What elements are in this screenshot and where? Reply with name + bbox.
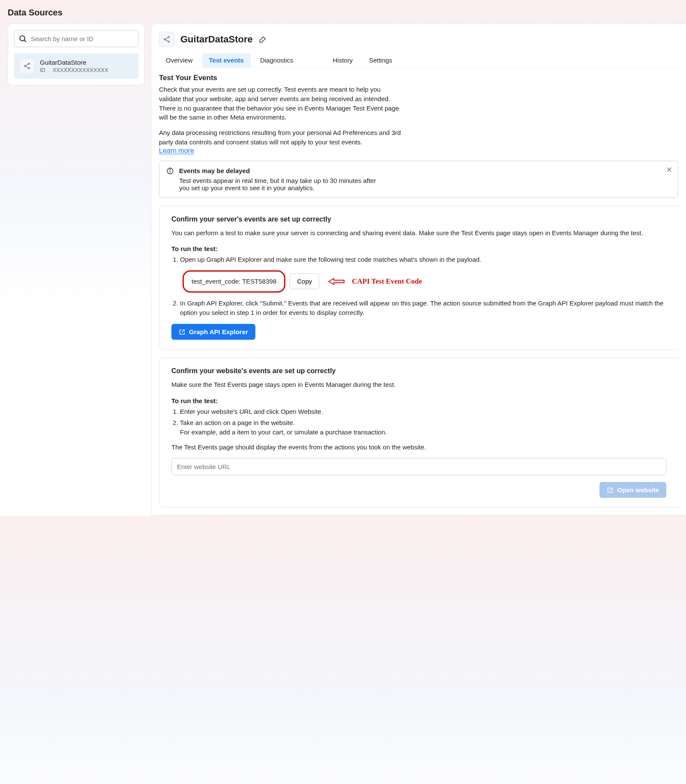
svg-point-4 (28, 68, 30, 69)
tab-overview[interactable]: Overview (159, 53, 200, 67)
datasource-name: GuitarDataStore (40, 59, 108, 66)
delay-notice: Events may be delayed Test events appear… (159, 161, 678, 198)
step-2: In Graph API Explorer, click "Submit." E… (180, 299, 666, 317)
run-test-heading: To run the test: (171, 397, 666, 404)
card-title: Confirm your server's events are set up … (171, 215, 666, 223)
server-events-card: Confirm your server's events are set up … (159, 206, 678, 350)
learn-more-link[interactable]: Learn more (159, 147, 194, 154)
svg-point-0 (20, 36, 25, 41)
main-panel: GuitarDataStore Overview Test events Dia… (151, 24, 686, 516)
card-lead: Make sure the Test Events page stays ope… (171, 380, 666, 389)
svg-line-17 (182, 329, 184, 332)
svg-line-6 (26, 66, 28, 68)
open-website-button[interactable]: Open website (599, 482, 666, 498)
sidebar: GuitarDataStore ID XXXXXXXXXXXXXXX (8, 24, 145, 85)
notice-title: Events may be delayed (179, 167, 385, 174)
arrow-left-icon (328, 277, 345, 286)
external-link-icon (179, 329, 186, 335)
svg-point-3 (24, 65, 26, 66)
svg-line-5 (26, 64, 28, 66)
tabs: Overview Test events Diagnostics History… (159, 53, 678, 68)
card-title: Confirm your website's events are set up… (171, 367, 666, 375)
svg-line-18 (610, 488, 613, 490)
info-icon (166, 167, 174, 192)
annotation-label: CAPI Test Event Code (352, 276, 422, 287)
website-events-card: Confirm your website's events are set up… (159, 357, 678, 508)
run-test-heading: To run the test: (171, 245, 666, 252)
graph-api-explorer-button[interactable]: Graph API Explorer (171, 324, 255, 340)
tab-history[interactable]: History (326, 53, 360, 67)
edit-icon[interactable] (259, 36, 267, 43)
website-url-input[interactable] (171, 458, 666, 475)
svg-point-9 (168, 41, 169, 42)
datasource-title: GuitarDataStore (180, 34, 253, 45)
svg-line-1 (24, 40, 26, 42)
external-link-icon (607, 487, 614, 494)
tab-diagnostics[interactable]: Diagnostics (253, 53, 300, 67)
card-footer-text: The Test Events page should display the … (171, 443, 666, 452)
svg-point-2 (28, 63, 30, 64)
page-title: Data Sources (8, 8, 686, 18)
tab-test-events[interactable]: Test events (202, 53, 251, 67)
copy-button[interactable]: Copy (290, 273, 319, 289)
svg-point-16 (170, 169, 170, 169)
svg-point-8 (164, 39, 165, 40)
tab-settings[interactable]: Settings (362, 53, 399, 67)
share-network-icon (159, 32, 174, 47)
svg-point-7 (168, 36, 169, 38)
intro-text-1: Check that your events are set up correc… (159, 85, 403, 122)
step-2: Take an action on a page in the website.… (180, 418, 666, 437)
sidebar-item-datasource[interactable]: GuitarDataStore ID XXXXXXXXXXXXXXX (14, 53, 138, 79)
close-icon[interactable] (666, 166, 673, 173)
search-icon (18, 34, 27, 43)
intro-text-2: Any data processing restrictions resulti… (159, 128, 403, 147)
svg-line-10 (165, 38, 168, 39)
test-event-code: test_event_code: TEST58398 (183, 270, 285, 293)
share-network-icon (19, 58, 35, 74)
card-lead: You can perform a test to make sure your… (171, 228, 666, 238)
datasource-id: ID XXXXXXXXXXXXXXX (40, 67, 108, 73)
step-1: Enter your website's URL and click Open … (180, 407, 666, 416)
search-input[interactable] (14, 30, 138, 47)
section-heading: Test Your Events (159, 74, 678, 82)
svg-line-11 (165, 40, 168, 42)
notice-message: Test events appear in real time, but it … (179, 177, 385, 192)
step-1: Open up Graph API Explorer and make sure… (180, 255, 666, 293)
